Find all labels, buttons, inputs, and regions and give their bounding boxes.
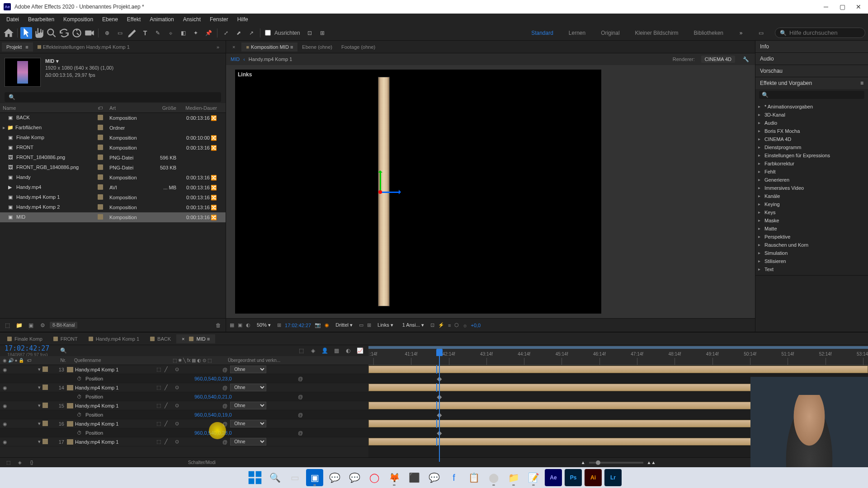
- anchor-tool[interactable]: ⊕: [101, 27, 113, 39]
- menu-ansicht[interactable]: Ansicht: [179, 14, 205, 24]
- res-icon[interactable]: ⊞: [277, 322, 281, 328]
- composition-viewer[interactable]: Links: [226, 65, 755, 318]
- layer-row[interactable]: ◉ ▾ 17 Handy.mp4 Komp 1 ⬚╱⊙ @Ohne: [0, 437, 368, 446]
- comp-mini-flowchart-icon[interactable]: ⬚: [297, 347, 305, 355]
- menu-effekt[interactable]: Effekt: [123, 14, 145, 24]
- maximize-button[interactable]: ▢: [839, 4, 845, 10]
- new-comp-icon[interactable]: ▣: [26, 321, 35, 330]
- interpret-icon[interactable]: ⬚: [3, 321, 12, 330]
- comp-viewer-tab[interactable]: ■ Komposition MID ≡: [241, 42, 297, 52]
- home-icon[interactable]: [3, 27, 14, 39]
- minimize-button[interactable]: ─: [823, 4, 829, 10]
- comp-settings-icon[interactable]: 🔧: [741, 55, 750, 64]
- help-search-input[interactable]: [789, 29, 860, 36]
- whatsapp-icon[interactable]: 💬: [346, 469, 363, 486]
- menu-komposition[interactable]: Komposition: [59, 14, 98, 24]
- workspace-standard[interactable]: Standard: [528, 28, 557, 38]
- snap-option2-icon[interactable]: ⊞: [316, 27, 328, 39]
- workspace-bibliotheken[interactable]: Bibliotheken: [690, 28, 727, 38]
- timeline-zoom-slider[interactable]: [589, 462, 643, 464]
- effects-search[interactable]: 🔍: [759, 91, 864, 99]
- parent-dropdown[interactable]: Ohne: [230, 420, 266, 427]
- parent-dropdown[interactable]: Ohne: [230, 366, 266, 373]
- project-tab[interactable]: Projekt ≡: [2, 42, 33, 52]
- illustrator-icon[interactable]: Ai: [585, 469, 602, 486]
- shy-icon[interactable]: 👤: [321, 347, 329, 355]
- menu-animation[interactable]: Animation: [145, 14, 178, 24]
- comp-viewer-tab[interactable]: Ebene (ohne): [297, 42, 337, 52]
- effect-category[interactable]: Simulation: [755, 249, 868, 257]
- axis-view-icon[interactable]: ↗: [245, 27, 257, 39]
- menu-bearbeiten[interactable]: Bearbeiten: [24, 14, 59, 24]
- effect-category[interactable]: Boris FX Mocha: [755, 127, 868, 135]
- facebook-icon[interactable]: f: [445, 469, 462, 486]
- gizmo-y-axis[interactable]: [380, 172, 381, 192]
- zoom-dropdown[interactable]: 50% ▾: [254, 321, 274, 329]
- toggle-switches-icon[interactable]: ⬚: [4, 458, 13, 467]
- project-item[interactable]: ▣Finale Komp Komposition 0:00:10:00🔀: [0, 133, 226, 143]
- workspace-lernen[interactable]: Lernen: [565, 28, 589, 38]
- pixel-aspect-icon[interactable]: ⊡: [430, 322, 434, 328]
- zoom-in-icon[interactable]: ▲▲: [647, 460, 656, 465]
- zoom-out-icon[interactable]: ▲: [581, 460, 585, 465]
- always-preview-icon[interactable]: ▦: [230, 322, 234, 328]
- exposure-value[interactable]: +0,0: [471, 323, 481, 328]
- opera-icon[interactable]: ◯: [366, 469, 383, 486]
- current-time[interactable]: 17:02:42:27: [285, 323, 311, 328]
- position-value[interactable]: 960,0,540,0,28,0: [194, 430, 232, 436]
- resolution-dropdown[interactable]: Drittel ▾: [333, 321, 355, 329]
- timeline-tab[interactable]: ×MID ≡: [176, 334, 215, 343]
- layer-row[interactable]: ◉ ▾ 14 Handy.mp4 Komp 1 ⬚╱⊙ @Ohne: [0, 383, 368, 392]
- help-search[interactable]: 🔍: [775, 28, 865, 38]
- property-row[interactable]: ⏱Position 960,0,540,0,21,0 @: [0, 392, 368, 401]
- axis-world-icon[interactable]: ⬈: [233, 27, 245, 39]
- brush-tool[interactable]: ✎: [152, 27, 164, 39]
- position-value[interactable]: 960,0,540,0,21,0: [194, 394, 232, 399]
- project-item[interactable]: ▣Handy.mp4 Komp 2 Komposition 0:00:13:16…: [0, 202, 226, 212]
- effect-category[interactable]: 3D-Kanal: [755, 111, 868, 119]
- project-item[interactable]: 🖼FRONT_1840886.png PNG-Datei 596 KB: [0, 153, 226, 163]
- dropdown-icon[interactable]: ▾: [56, 58, 59, 65]
- effect-category[interactable]: Rauschen und Korn: [755, 241, 868, 249]
- menu-hilfe[interactable]: Hilfe: [233, 14, 253, 24]
- timeline-tab[interactable]: FRONT: [48, 334, 83, 343]
- orbit-tool[interactable]: [58, 27, 70, 39]
- breadcrumb-child[interactable]: Handy.mp4 Komp 1: [249, 56, 292, 62]
- workspace-original[interactable]: Original: [597, 28, 623, 38]
- channel-icon[interactable]: ◉: [325, 322, 329, 328]
- widgets-button[interactable]: ▣: [306, 469, 323, 486]
- project-item[interactable]: 🖼FRONT_RGB_1840886.png PNG-Datei 503 KB: [0, 163, 226, 173]
- search-button[interactable]: 🔍: [266, 469, 283, 486]
- audio-panel-header[interactable]: Audio: [755, 53, 868, 65]
- effect-category[interactable]: CINEMA 4D: [755, 135, 868, 143]
- parent-dropdown[interactable]: Ohne: [230, 438, 266, 446]
- photoshop-icon[interactable]: Ps: [565, 469, 582, 486]
- timeline-search-icon[interactable]: 🔍: [60, 347, 67, 354]
- property-row[interactable]: ⏱Position 960,0,540,0,23,0 @: [0, 374, 368, 383]
- start-button[interactable]: [246, 469, 264, 486]
- effect-category[interactable]: Keys: [755, 208, 868, 216]
- transparency-icon[interactable]: ▣: [238, 322, 242, 328]
- delete-icon[interactable]: 🗑: [214, 321, 223, 330]
- toggle-in-out-icon[interactable]: {}: [27, 458, 36, 467]
- parent-dropdown[interactable]: Ohne: [230, 402, 266, 409]
- timeline-tab[interactable]: BACK: [145, 334, 176, 343]
- rect-tool[interactable]: ▭: [114, 27, 126, 39]
- gizmo-x-axis[interactable]: [380, 192, 400, 193]
- graph-editor-icon[interactable]: 📈: [356, 347, 364, 355]
- preview-panel-header[interactable]: Vorschau: [755, 65, 868, 77]
- explorer-icon[interactable]: 📁: [505, 469, 522, 486]
- menu-datei[interactable]: Datei: [2, 14, 24, 24]
- parent-dropdown[interactable]: Ohne: [230, 384, 266, 391]
- mask-icon[interactable]: ◐: [246, 322, 250, 328]
- menu-ebene[interactable]: Ebene: [98, 14, 123, 24]
- layer-track[interactable]: [368, 365, 868, 374]
- panel-menu-icon[interactable]: ≡: [860, 80, 863, 86]
- project-settings-icon[interactable]: ⚙: [38, 321, 47, 330]
- property-row[interactable]: ⏱Position 960,0,540,0,19,0 @: [0, 410, 368, 419]
- fast-preview-icon[interactable]: ⚡: [438, 322, 444, 328]
- switches-modes-label[interactable]: Schalter/Modi: [39, 460, 365, 465]
- effect-controls-tab[interactable]: Effekteinstellungen Handy.mp4 Komp 1: [33, 42, 134, 52]
- roi-icon[interactable]: ▭: [359, 322, 363, 328]
- effect-category[interactable]: * Animationsvorgaben: [755, 103, 868, 111]
